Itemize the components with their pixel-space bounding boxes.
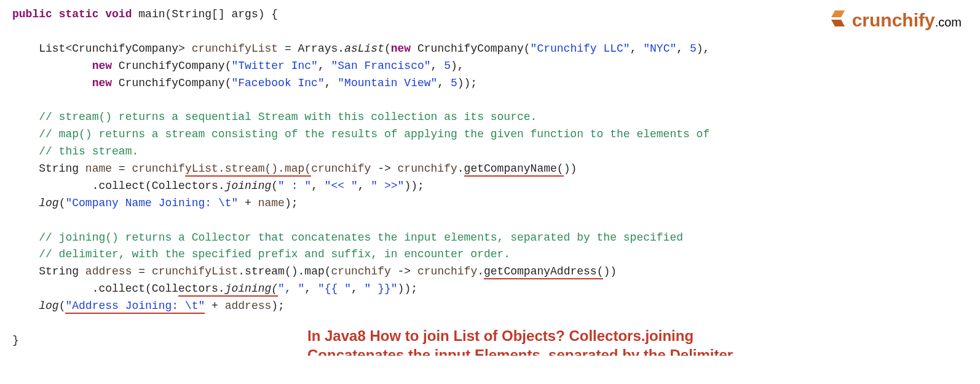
n1c: crunchify [311, 162, 371, 175]
n1a: String [39, 162, 85, 175]
a1e: -> [391, 265, 417, 278]
col2-s2: "{{ " [318, 282, 351, 295]
kw-new2: new [92, 60, 112, 72]
l3-n: 5 [451, 77, 457, 89]
a1-name: address [85, 265, 132, 278]
col1c: )); [404, 180, 424, 192]
l2-n: 5 [444, 60, 451, 72]
caption-line1: In Java8 How to join List of Objects? Co… [307, 327, 694, 344]
kw-new1: new [391, 42, 411, 55]
col1-s2: "<< " [325, 180, 358, 192]
l1-end: ), [697, 42, 710, 55]
n1-var: crunchif [132, 162, 184, 175]
a1h: )) [603, 265, 617, 278]
a1-ul: getCompanyAddress( [484, 265, 603, 279]
kw-public: public [12, 8, 52, 20]
l3-end: )); [457, 77, 477, 89]
brand-logo: crunchify.com [826, 6, 962, 36]
col1a: .collect(Collectors. [92, 180, 225, 192]
kw-void: void [105, 8, 132, 20]
col1b: ( [271, 180, 278, 192]
kw-new3: new [92, 77, 112, 89]
log1-str: "Company Name Joining: \t" [65, 197, 238, 209]
a1b: = [132, 265, 151, 278]
comment-5: // delimiter, with the specified prefix … [39, 248, 510, 260]
kw-static: static [59, 8, 99, 20]
a1g: . [477, 265, 484, 278]
a1d: crunchify [331, 265, 391, 278]
comment-3: // this stream. [39, 145, 138, 158]
n1e: crunchify [398, 162, 457, 175]
a1f: crunchify [417, 265, 477, 278]
l2-comp: CrunchifyCompany( [112, 60, 231, 72]
comment-4: // joining() returns a Collector that co… [39, 231, 683, 244]
log1b: ( [59, 197, 66, 209]
log2-str: "Address Joining: \t" [65, 300, 205, 314]
l2-s1: "Twitter Inc" [231, 60, 317, 72]
n1-name: name [85, 162, 112, 175]
log1c: + [238, 197, 258, 209]
a1-var: crunchifyList [152, 265, 238, 278]
l1-var: crunchifyList [192, 42, 278, 55]
l1a: List<CrunchifyCompany> [39, 42, 191, 55]
close-brace: } [12, 334, 19, 346]
l2-s2: "San Francisco" [331, 60, 431, 72]
log1a: log [39, 197, 58, 209]
comment-1: // stream() returns a sequential Stream … [39, 111, 537, 123]
n1g: )) [564, 162, 577, 175]
a1c: .stream().map( [238, 265, 331, 278]
log2d: ); [271, 300, 285, 312]
l3-s2: "Mountain View" [338, 77, 437, 89]
log2a: log [39, 300, 58, 312]
l2-end: ), [451, 60, 464, 72]
l1-aslist: asList [344, 42, 384, 55]
log1-var: name [258, 197, 285, 209]
n1-ul1: yList.stream().map( [185, 162, 311, 177]
brand-text: crunchify [852, 10, 935, 30]
l1-n: 5 [690, 42, 697, 55]
caption: In Java8 How to join List of Objects? Co… [307, 326, 922, 356]
l3-s1: "Facebook Inc" [231, 77, 324, 89]
col2-s1: ", " [278, 282, 304, 295]
col2-ul: ectors. [178, 282, 225, 297]
log2c: + [205, 300, 224, 312]
n1b: = [112, 162, 132, 175]
n1-ul2: getCompanyName( [464, 162, 564, 177]
l1-s2: "NYC" [643, 42, 676, 55]
col2-join: joining( [225, 282, 278, 297]
log2b: ( [59, 300, 66, 312]
col1-s3: " >>" [371, 180, 404, 192]
comment-2: // map() returns a stream consisting of … [39, 128, 709, 140]
l1b: = Arrays. [278, 42, 344, 55]
log1d: ); [285, 197, 298, 209]
l1-comp1: CrunchifyCompany( [411, 42, 530, 55]
sig-main: main(String[] args) { [138, 8, 278, 20]
col2a: .collect(Coll [92, 282, 178, 295]
code-block: public static void main(String[] args) {… [12, 6, 968, 350]
col2-s3: " }}" [365, 282, 398, 295]
l1-s1: "Crunchify LLC" [531, 42, 630, 55]
crunchify-logo-icon [826, 7, 848, 36]
col2c: )); [398, 282, 417, 295]
col1-join: joining [225, 180, 272, 192]
log2-var: address [225, 300, 272, 312]
brand-suffix: .com [935, 15, 962, 29]
n1d: -> [371, 162, 397, 175]
l1c: ( [384, 42, 391, 55]
l3-comp: CrunchifyCompany( [112, 77, 231, 89]
col1-s1: " : " [278, 180, 311, 192]
caption-line2: Concatenates the input Elements, separat… [307, 346, 733, 356]
n1f: . [457, 162, 464, 175]
a1a: String [39, 265, 85, 278]
